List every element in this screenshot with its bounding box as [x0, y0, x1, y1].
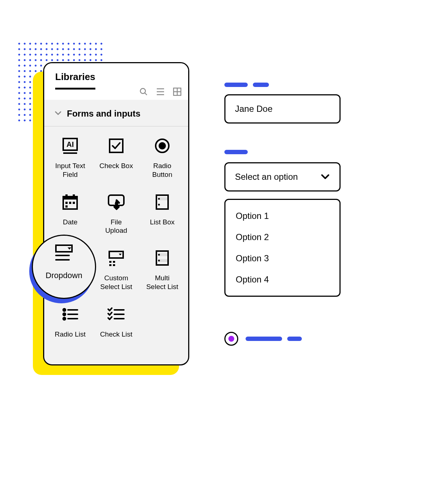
libraries-panel: Libraries [43, 62, 189, 365]
component-label: Date [63, 218, 77, 227]
dropdown-option[interactable]: Option 2 [236, 232, 329, 242]
dropdown-option[interactable]: Option 4 [236, 274, 329, 285]
chevron-down-icon [320, 172, 330, 182]
search-icon[interactable] [139, 87, 148, 96]
component-label: Check List [100, 330, 133, 339]
grid-view-icon[interactable] [173, 87, 182, 96]
dropdown-icon [53, 244, 75, 264]
check-box-icon [107, 137, 125, 155]
file-upload-icon [107, 193, 125, 211]
highlighted-component-dropdown[interactable]: Dropdown [32, 235, 96, 299]
component-label: List Box [150, 218, 175, 227]
section-header[interactable]: Forms and inputs [44, 100, 188, 126]
section-title: Forms and inputs [67, 109, 140, 119]
component-input-text-field[interactable]: AI Input Text Field [47, 137, 93, 179]
component-file-upload[interactable]: File Upload [93, 193, 139, 235]
multi-select-list-icon [153, 249, 171, 267]
radio-inner-icon [228, 336, 234, 342]
svg-point-42 [63, 317, 65, 319]
field-label-placeholder [224, 83, 269, 87]
component-custom-select-list[interactable]: Custom Select List [93, 249, 139, 291]
panel-title: Libraries [55, 71, 95, 90]
dropdown-option[interactable]: Option 1 [236, 211, 329, 221]
svg-rect-17 [73, 194, 75, 197]
component-radio-list[interactable]: Radio List [47, 305, 93, 339]
component-date[interactable]: Date [47, 193, 93, 235]
svg-rect-25 [159, 197, 167, 200]
field-label-placeholder [224, 150, 248, 154]
dropdown-options-preview: Option 1 Option 2 Option 3 Option 4 [224, 199, 341, 297]
svg-rect-21 [65, 205, 68, 208]
highlighted-component-label: Dropdown [46, 271, 82, 280]
component-label: Input Text Field [55, 162, 85, 179]
radio-outer-icon [224, 332, 238, 346]
component-radio-button[interactable]: Radio Button [139, 137, 185, 179]
text-input-value: Jane Doe [235, 104, 273, 114]
component-label: Radio Button [152, 162, 172, 179]
component-label: Custom Select List [100, 274, 132, 291]
svg-rect-16 [65, 194, 68, 197]
check-list-icon [107, 305, 125, 323]
text-input-preview[interactable]: Jane Doe [224, 94, 341, 124]
svg-rect-11 [110, 139, 123, 152]
svg-point-0 [140, 88, 145, 94]
svg-rect-30 [113, 261, 115, 263]
svg-rect-31 [109, 264, 111, 266]
radio-button-preview[interactable] [224, 332, 302, 346]
svg-point-13 [159, 143, 165, 149]
component-check-box[interactable]: Check Box [93, 137, 139, 179]
component-check-list[interactable]: Check List [93, 305, 139, 339]
svg-rect-18 [65, 202, 68, 204]
panel-toolbar [139, 87, 182, 96]
panel-header: Libraries [44, 63, 188, 100]
svg-rect-15 [63, 197, 77, 200]
svg-rect-35 [159, 259, 167, 262]
list-box-icon [153, 193, 171, 211]
svg-rect-28 [109, 251, 123, 258]
svg-rect-24 [156, 195, 168, 209]
svg-rect-29 [109, 261, 111, 263]
component-list-box[interactable]: List Box [139, 193, 185, 235]
svg-point-40 [63, 313, 65, 315]
svg-rect-34 [159, 253, 167, 256]
input-text-field-icon: AI [61, 137, 79, 155]
component-label: Multi Select List [146, 274, 178, 291]
radio-label-placeholder [246, 337, 302, 341]
svg-rect-32 [113, 264, 115, 266]
custom-select-list-icon [107, 249, 125, 267]
select-placeholder: Select an option [235, 172, 298, 182]
list-view-icon[interactable] [156, 88, 165, 96]
svg-point-36 [158, 254, 160, 256]
dropdown-select-preview[interactable]: Select an option [224, 162, 341, 191]
svg-rect-19 [69, 202, 71, 204]
radio-list-icon [61, 305, 79, 323]
svg-point-38 [63, 308, 65, 311]
date-icon [61, 193, 79, 211]
chevron-down-icon [54, 110, 62, 117]
svg-point-26 [158, 198, 160, 200]
svg-point-37 [158, 260, 160, 262]
svg-line-1 [145, 93, 147, 95]
svg-rect-33 [156, 251, 168, 265]
svg-point-27 [158, 204, 160, 205]
component-label: Radio List [55, 330, 86, 339]
component-multi-select-list[interactable]: Multi Select List [139, 249, 185, 291]
component-label: Check Box [99, 162, 133, 170]
dropdown-option[interactable]: Option 3 [236, 253, 329, 263]
svg-rect-20 [73, 202, 75, 204]
component-label: File Upload [105, 218, 127, 235]
svg-text:AI: AI [67, 140, 74, 148]
radio-button-icon [153, 137, 171, 155]
